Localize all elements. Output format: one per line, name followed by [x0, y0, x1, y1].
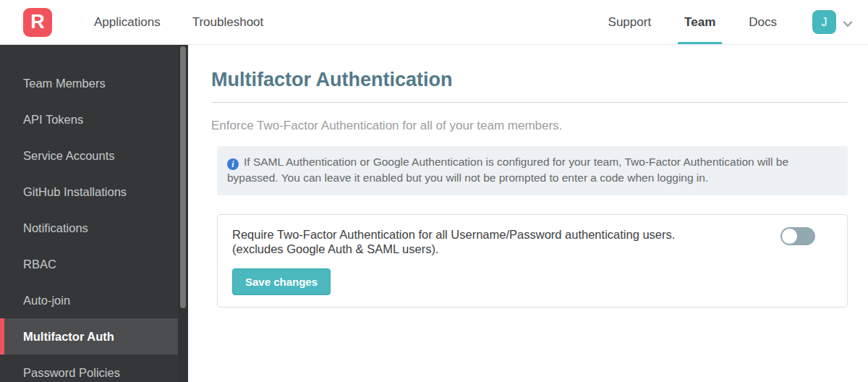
brand-logo[interactable]: R: [23, 8, 52, 37]
page-title: Multifactor Authentication: [211, 69, 848, 91]
sidebar-item-github-installations[interactable]: GitHub Installations: [0, 174, 178, 210]
setting-label-line1: Require Two-Factor Authentication for al…: [232, 227, 675, 242]
sidebar-scrollbar-track: [178, 45, 188, 382]
title-divider: [211, 102, 848, 103]
nav-item-docs[interactable]: Docs: [732, 0, 793, 44]
info-alert-text: If SAML Authentication or Google Authent…: [227, 156, 788, 184]
sidebar-item-rbac[interactable]: RBAC: [0, 246, 178, 282]
sidebar-item-notifications[interactable]: Notifications: [0, 210, 178, 246]
nav-item-troubleshoot[interactable]: Troubleshoot: [176, 0, 280, 45]
toggle-knob: [782, 229, 797, 244]
sidebar-item-auto-join[interactable]: Auto-join: [0, 282, 178, 318]
top-navbar: R Applications Troubleshoot Support Team…: [0, 0, 868, 45]
two-factor-setting-card: Require Two-Factor Authentication for al…: [217, 214, 848, 307]
avatar-initial: J: [822, 16, 827, 29]
info-icon: i: [227, 158, 239, 170]
sidebar-item-multifactor-auth[interactable]: Multifactor Auth: [0, 318, 178, 355]
secondary-nav: Support Team Docs J: [592, 0, 868, 44]
user-avatar[interactable]: J: [812, 10, 836, 34]
two-factor-toggle[interactable]: [780, 227, 815, 245]
brand-logo-letter: R: [30, 11, 45, 33]
setting-label-line2: (excludes Google Auth & SAML users).: [232, 242, 439, 256]
info-alert: iIf SAML Authentication or Google Authen…: [217, 146, 848, 195]
settings-sidebar: Team Members API Tokens Service Accounts…: [0, 45, 188, 382]
sidebar-item-service-accounts[interactable]: Service Accounts: [0, 137, 178, 174]
sidebar-item-password-policies[interactable]: Password Policies: [0, 355, 178, 382]
page-subtitle: Enforce Two-Factor Authentication for al…: [211, 119, 848, 133]
sidebar-scrollbar-thumb[interactable]: [180, 46, 186, 308]
nav-item-applications[interactable]: Applications: [78, 0, 176, 45]
sidebar-item-api-tokens[interactable]: API Tokens: [0, 101, 178, 137]
nav-item-support[interactable]: Support: [592, 0, 668, 44]
main-content: Multifactor Authentication Enforce Two-F…: [188, 45, 868, 382]
primary-nav: Applications Troubleshoot: [78, 0, 279, 45]
setting-text-column: Require Two-Factor Authentication for al…: [232, 227, 759, 295]
chevron-down-icon[interactable]: [841, 17, 855, 31]
save-changes-button[interactable]: Save changes: [232, 268, 331, 295]
nav-item-team[interactable]: Team: [668, 0, 732, 44]
sidebar-item-team-members[interactable]: Team Members: [0, 65, 178, 101]
